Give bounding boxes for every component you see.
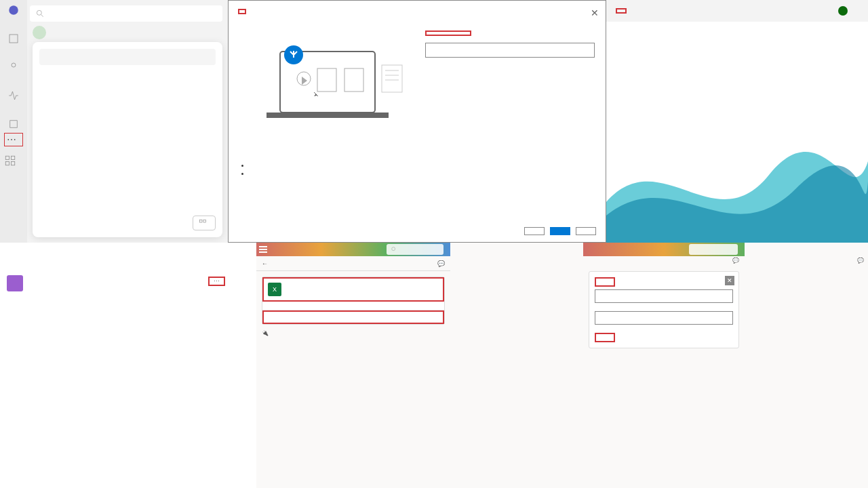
svg-rect-6: [5, 162, 9, 165]
flow-name-label: [425, 30, 471, 36]
skip-button[interactable]: [524, 227, 545, 235]
close-icon[interactable]: ✕: [591, 7, 599, 18]
svg-rect-3: [10, 121, 18, 128]
planner-board-top: −□✕: [606, 0, 868, 243]
parameters-form: [262, 310, 444, 324]
svg-point-21: [392, 247, 395, 251]
project-icon: [7, 275, 23, 291]
project-header: [7, 275, 27, 291]
svg-rect-5: [12, 156, 15, 159]
connection-status: 🔌: [256, 330, 450, 336]
svg-rect-17: [382, 65, 402, 92]
create-worksheet-panel: ← 💬 X 🔌: [256, 243, 450, 488]
avatar: [33, 26, 46, 39]
action-selector: ✕: [589, 271, 739, 348]
dialog-buttons: [524, 227, 596, 235]
close-icon[interactable]: ✕: [725, 276, 734, 285]
apps-flyout: [33, 42, 222, 237]
svg-rect-15: [317, 68, 336, 92]
planner-board-bottom: ⋯: [0, 243, 256, 488]
wave-graphic: [606, 121, 868, 243]
teams-rail: [0, 0, 27, 243]
svg-rect-9: [200, 220, 203, 223]
view-tabs: ⋯: [181, 277, 225, 286]
dialog-illustration: [238, 35, 417, 129]
svg-point-2: [12, 63, 16, 67]
svg-rect-1: [9, 35, 18, 43]
search-actions-input[interactable]: [595, 289, 733, 303]
rail-more-icon[interactable]: ⋯: [7, 134, 16, 145]
rail-activity[interactable]: [4, 89, 23, 111]
svg-point-0: [9, 5, 18, 15]
get-more-apps[interactable]: [193, 216, 216, 230]
svg-rect-7: [12, 162, 15, 165]
worksheet-title: X: [262, 277, 444, 302]
rail-apps[interactable]: [4, 155, 23, 167]
instant-flow-dialog: ✕: [228, 0, 606, 243]
flow-name-input[interactable]: [425, 43, 595, 58]
teams-apps-panel: ⋯: [0, 0, 228, 243]
svg-rect-10: [203, 220, 206, 223]
send-feedback[interactable]: 💬: [732, 258, 739, 264]
chat-tabs: [105, 27, 115, 30]
worksheet-tabs: [262, 302, 444, 310]
rail-chat[interactable]: [4, 4, 23, 26]
view-more-highlight[interactable]: ⋯: [208, 277, 225, 286]
action-type-panel: 💬 ✕: [583, 243, 745, 488]
rail-drills[interactable]: [4, 33, 23, 54]
cancel-button[interactable]: [576, 227, 596, 235]
svg-rect-16: [344, 68, 363, 92]
chat-header: [33, 26, 50, 39]
send-feedback[interactable]: 💬: [857, 258, 864, 264]
dialog-examples: [238, 158, 417, 177]
toolbar-more-highlight[interactable]: [616, 8, 627, 14]
dialog-title: [238, 9, 246, 14]
svg-rect-12: [267, 113, 389, 118]
search-box[interactable]: [387, 244, 443, 255]
apps-search[interactable]: [39, 49, 216, 65]
breadcrumb-bar: ← 💬: [256, 256, 450, 271]
create-button[interactable]: [550, 227, 570, 235]
board-toolbar: [606, 0, 868, 22]
excel-icon: X: [268, 283, 281, 296]
svg-rect-4: [5, 156, 9, 159]
pa-ribbon: [256, 243, 450, 256]
worksheet-card: X: [262, 277, 445, 325]
svg-point-8: [37, 10, 41, 15]
action-type-dropdown[interactable]: [595, 311, 733, 325]
pa-ribbon: [583, 243, 745, 256]
flow-canvas-right: 💬: [745, 243, 868, 488]
search-box[interactable]: [689, 244, 738, 255]
waffle-icon[interactable]: [259, 245, 267, 253]
global-search[interactable]: [30, 5, 222, 22]
rail-teams[interactable]: [4, 61, 23, 83]
flow-canvas-small: [450, 243, 583, 488]
